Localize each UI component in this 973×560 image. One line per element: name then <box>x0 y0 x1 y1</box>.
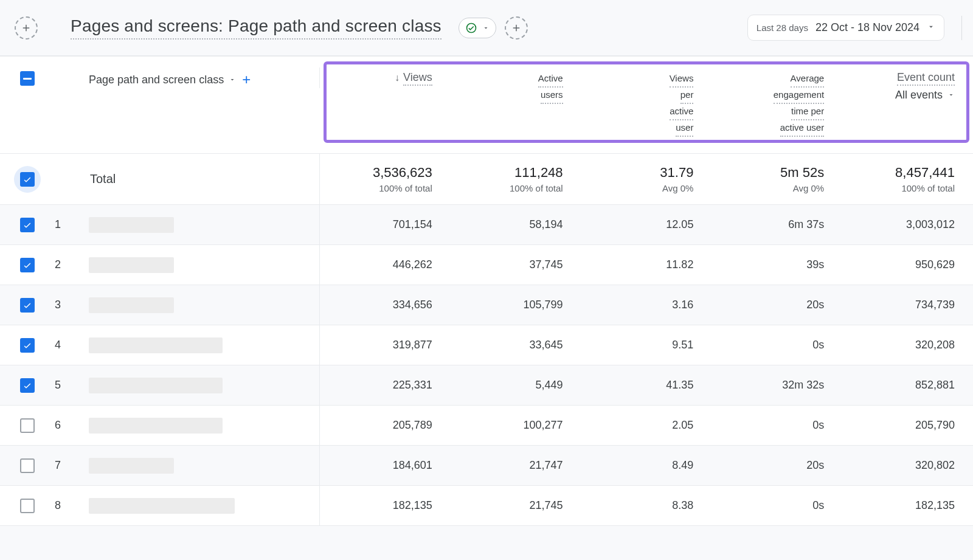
cell-aet: 20s <box>712 446 842 485</box>
add-filter-button[interactable] <box>505 16 528 40</box>
check-icon <box>23 175 32 184</box>
cell-views: 225,331 <box>320 365 451 405</box>
cell-active: 21,745 <box>451 486 581 525</box>
row-checkbox[interactable] <box>20 298 35 313</box>
cell-views: 446,262 <box>320 245 451 285</box>
cell-views: 205,789 <box>320 406 451 445</box>
chevron-down-icon <box>482 24 490 32</box>
row-index: 6 <box>55 406 89 445</box>
column-header-views[interactable]: ↓Views <box>395 71 432 84</box>
event-filter-dropdown[interactable]: All events <box>895 89 955 102</box>
chevron-down-icon <box>229 74 236 86</box>
column-header-views-per-user[interactable]: Viewsperactiveuser <box>670 71 694 137</box>
cell-aet: 32m 32s <box>712 365 842 405</box>
date-preset-label: Last 28 days <box>757 22 808 33</box>
cell-vpu: 11.82 <box>581 245 712 285</box>
column-header-active-users[interactable]: Activeusers <box>538 71 563 104</box>
cell-events: 205,790 <box>842 406 973 445</box>
plus-icon <box>511 22 522 33</box>
table-header-row: Page path and screen class + ↓Views Acti… <box>0 57 973 154</box>
table-row: 7184,60121,7478.4920s320,802 <box>0 446 973 486</box>
row-checkbox[interactable] <box>20 338 35 353</box>
cell-vpu: 12.05 <box>581 205 712 244</box>
page-path-redacted[interactable] <box>89 297 174 313</box>
total-avg-engagement: 5m 52s <box>780 165 824 181</box>
page-path-redacted[interactable] <box>89 458 174 474</box>
cell-views: 184,601 <box>320 446 451 485</box>
page-path-redacted[interactable] <box>89 418 223 434</box>
page-path-redacted[interactable] <box>89 378 223 393</box>
total-active-users: 111,248 <box>514 165 563 181</box>
row-index: 8 <box>55 486 89 525</box>
page-title[interactable]: Pages and screens: Page path and screen … <box>71 16 441 40</box>
dimension-picker[interactable]: Page path and screen class <box>89 74 236 86</box>
cell-vpu: 2.05 <box>581 406 712 445</box>
table-row: 6205,789100,2772.050s205,790 <box>0 406 973 446</box>
cell-active: 105,799 <box>451 285 581 325</box>
row-checkbox[interactable] <box>20 458 35 473</box>
page-path-redacted[interactable] <box>89 337 223 353</box>
arrow-down-icon: ↓ <box>395 72 400 83</box>
cell-vpu: 41.35 <box>581 365 712 405</box>
row-index: 4 <box>55 325 89 365</box>
svg-point-0 <box>466 23 476 32</box>
date-range-picker[interactable]: Last 28 days 22 Oct - 18 Nov 2024 <box>747 15 944 41</box>
cell-aet: 39s <box>712 245 842 285</box>
total-views-per-user: 31.79 <box>660 165 693 181</box>
cell-views: 182,135 <box>320 486 451 525</box>
cell-active: 58,194 <box>451 205 581 244</box>
cell-views: 334,656 <box>320 285 451 325</box>
row-index: 7 <box>55 446 89 485</box>
cell-aet: 0s <box>712 486 842 525</box>
row-index: 5 <box>55 365 89 405</box>
check-icon <box>23 260 32 270</box>
cell-events: 320,802 <box>842 446 973 485</box>
check-icon <box>23 300 32 310</box>
cell-aet: 0s <box>712 406 842 445</box>
row-checkbox[interactable] <box>20 499 35 513</box>
cell-aet: 6m 37s <box>712 205 842 244</box>
column-header-event-count[interactable]: Event count All events <box>895 71 955 102</box>
add-dimension-button[interactable]: + <box>242 71 251 88</box>
cell-events: 950,629 <box>842 245 973 285</box>
table-row: 4319,87733,6459.510s320,208 <box>0 325 973 365</box>
data-table: Page path and screen class + ↓Views Acti… <box>0 56 973 526</box>
page-path-redacted[interactable] <box>89 498 235 514</box>
cell-views: 319,877 <box>320 325 451 365</box>
cell-vpu: 8.49 <box>581 446 712 485</box>
row-checkbox[interactable] <box>20 418 35 433</box>
row-index: 2 <box>55 245 89 285</box>
row-checkbox[interactable] <box>20 218 35 232</box>
cell-events: 320,208 <box>842 325 973 365</box>
verified-chip[interactable] <box>459 18 496 38</box>
plus-icon <box>21 22 32 33</box>
total-event-count: 8,457,441 <box>895 165 955 181</box>
table-row: 2446,26237,74511.8239s950,629 <box>0 245 973 285</box>
cell-active: 5,449 <box>451 365 581 405</box>
cell-events: 852,881 <box>842 365 973 405</box>
cell-vpu: 8.38 <box>581 486 712 525</box>
total-checkbox[interactable] <box>20 172 35 187</box>
cell-events: 182,135 <box>842 486 973 525</box>
cell-active: 37,745 <box>451 245 581 285</box>
page-path-redacted[interactable] <box>89 217 174 233</box>
row-index: 3 <box>55 285 89 325</box>
cell-views: 701,154 <box>320 205 451 244</box>
row-checkbox[interactable] <box>20 378 35 393</box>
cell-aet: 0s <box>712 325 842 365</box>
add-comparison-button[interactable] <box>15 16 38 40</box>
check-icon <box>23 220 32 230</box>
page-path-redacted[interactable] <box>89 257 174 273</box>
page-title-wrap: Pages and screens: Page path and screen … <box>71 16 441 40</box>
column-header-avg-engagement[interactable]: Averageengagementtime peractive user <box>774 71 824 137</box>
row-checkbox[interactable] <box>20 258 35 272</box>
cell-aet: 20s <box>712 285 842 325</box>
cell-active: 21,747 <box>451 446 581 485</box>
select-all-checkbox[interactable] <box>20 71 35 86</box>
table-row: 3334,656105,7993.1620s734,739 <box>0 285 973 325</box>
check-icon <box>23 340 32 350</box>
table-row: 5225,3315,44941.3532m 32s852,881 <box>0 365 973 406</box>
cell-events: 3,003,012 <box>842 205 973 244</box>
check-circle-icon <box>465 22 477 34</box>
table-row: 1701,15458,19412.056m 37s3,003,012 <box>0 205 973 245</box>
